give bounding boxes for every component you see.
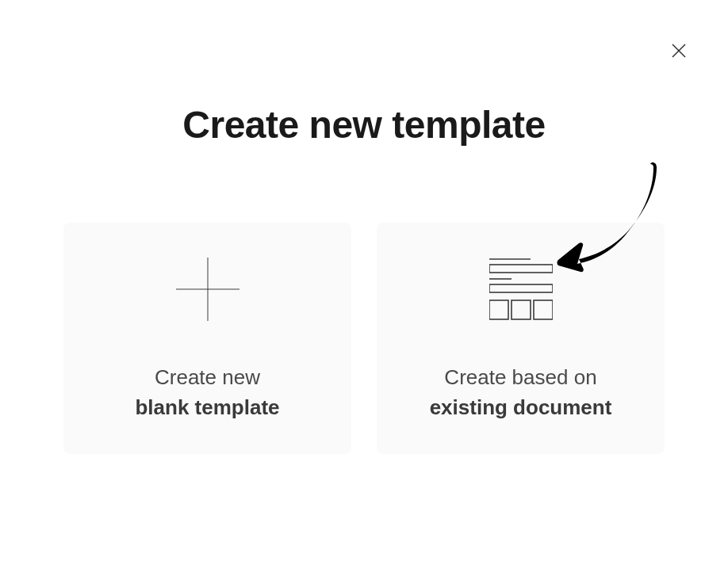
blank-line2: blank template	[135, 393, 279, 423]
svg-rect-10	[534, 300, 553, 319]
modal-title: Create new template	[0, 103, 728, 147]
existing-document-label: Create based on existing document	[430, 363, 612, 422]
blank-line1: Create new	[135, 363, 279, 393]
svg-rect-9	[512, 300, 531, 319]
svg-rect-5	[489, 265, 553, 273]
plus-icon	[176, 254, 239, 325]
existing-line2: existing document	[430, 393, 612, 423]
document-icon	[489, 254, 553, 325]
svg-rect-7	[489, 284, 553, 292]
close-icon	[669, 41, 688, 63]
create-blank-template-card[interactable]: Create new blank template	[63, 223, 351, 454]
template-options: Create new blank template Create based o…	[0, 223, 728, 454]
existing-line1: Create based on	[430, 363, 612, 393]
blank-template-label: Create new blank template	[135, 363, 279, 422]
create-from-existing-card[interactable]: Create based on existing document	[377, 223, 665, 454]
svg-rect-8	[489, 300, 508, 319]
close-button[interactable]	[668, 41, 690, 63]
